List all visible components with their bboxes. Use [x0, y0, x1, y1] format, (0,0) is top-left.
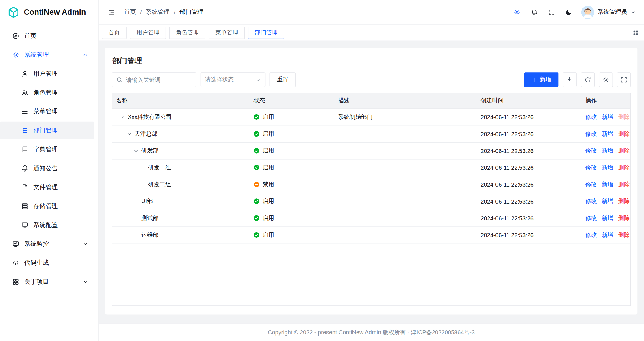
- add-link[interactable]: 新增: [602, 198, 613, 204]
- add-link[interactable]: 新增: [602, 181, 613, 187]
- sidebar-item-dept-mgmt[interactable]: 部门管理: [0, 122, 94, 139]
- edit-link[interactable]: 修改: [585, 181, 597, 187]
- menu-collapse-button[interactable]: [105, 5, 118, 19]
- logo[interactable]: ContiNew Admin: [0, 0, 98, 25]
- bell-icon: [21, 165, 28, 172]
- edit-link[interactable]: 修改: [585, 198, 597, 204]
- row-expand-toggle[interactable]: [126, 131, 132, 137]
- dark-mode-button[interactable]: [562, 5, 575, 19]
- sidebar-item-about-project[interactable]: 关于项目: [0, 273, 94, 290]
- edit-link[interactable]: 修改: [585, 231, 597, 238]
- breadcrumb-item[interactable]: 首页: [124, 8, 136, 16]
- column-header-actions: 操作: [581, 93, 630, 109]
- edit-link[interactable]: 修改: [585, 130, 597, 137]
- table-row: 研发二组禁用2024-06-11 22:53:26修改新增删除: [112, 176, 630, 193]
- menu-icon: [21, 108, 28, 115]
- sidebar-item-menu-mgmt[interactable]: 菜单管理: [0, 103, 94, 120]
- delete-link[interactable]: 删除: [618, 164, 630, 170]
- sidebar-item-file-mgmt[interactable]: 文件管理: [0, 178, 94, 196]
- submenu-expand-caret: [83, 241, 88, 247]
- reset-button[interactable]: 重置: [270, 72, 296, 87]
- delete-link[interactable]: 删除: [618, 198, 630, 204]
- tab-menu-mgmt[interactable]: 菜单管理: [209, 27, 245, 39]
- sidebar-item-label: 关于项目: [24, 278, 49, 285]
- sidebar-item-home[interactable]: 首页: [0, 27, 94, 45]
- main-column: 首页/系统管理/部门管理: [99, 0, 644, 341]
- status-badge: 启用: [254, 231, 330, 239]
- table-fullscreen-button[interactable]: [617, 72, 631, 87]
- edit-link[interactable]: 修改: [585, 113, 597, 120]
- status-cell: 启用: [249, 126, 334, 142]
- submenu-collapse-caret: [83, 52, 88, 58]
- column-header-name: 名称: [112, 93, 249, 109]
- department-name: 运维部: [141, 231, 159, 239]
- created-time-cell: 2024-06-11 22:53:26: [476, 142, 581, 159]
- user-menu[interactable]: 系统管理员: [581, 5, 636, 19]
- table: 名称状态描述创建时间操作 Xxx科技有限公司启用系统初始部门2024-06-11…: [112, 93, 630, 244]
- status-label: 禁用: [263, 181, 274, 188]
- tab-role-mgmt[interactable]: 角色管理: [169, 27, 205, 39]
- add-link[interactable]: 新增: [602, 113, 613, 120]
- add-button[interactable]: 新增: [524, 72, 558, 87]
- description-cell: [334, 126, 476, 142]
- delete-link[interactable]: 删除: [618, 147, 630, 154]
- notifications-button[interactable]: [528, 5, 541, 19]
- content-area: 部门管理 请选择状态 重置 新增: [99, 41, 644, 324]
- created-time-cell: 2024-06-11 22:53:26: [476, 126, 581, 142]
- add-link[interactable]: 新增: [602, 231, 613, 238]
- sidebar-item-system-monitor[interactable]: 系统监控: [0, 235, 94, 252]
- book-icon: [21, 146, 28, 153]
- keyword-search-box[interactable]: [112, 72, 196, 87]
- edit-link[interactable]: 修改: [585, 214, 597, 221]
- status-select[interactable]: 请选择状态: [201, 72, 266, 87]
- edit-link[interactable]: 修改: [585, 164, 597, 170]
- tab-home[interactable]: 首页: [102, 27, 127, 39]
- header-left: 首页/系统管理/部门管理: [105, 5, 510, 19]
- delete-link[interactable]: 删除: [618, 181, 630, 187]
- sidebar-item-storage-mgmt[interactable]: 存储管理: [0, 197, 94, 215]
- created-time-cell: 2024-06-11 22:53:26: [476, 193, 581, 210]
- description-cell: [334, 226, 476, 243]
- delete-link[interactable]: 删除: [618, 130, 630, 137]
- avatar: [581, 5, 594, 19]
- row-expand-toggle[interactable]: [120, 114, 125, 120]
- edit-link[interactable]: 修改: [585, 147, 597, 154]
- delete-link[interactable]: 删除: [618, 231, 630, 238]
- sidebar-item-notice[interactable]: 通知公告: [0, 160, 94, 177]
- column-header-created: 创建时间: [476, 93, 581, 109]
- settings-icon: [12, 51, 19, 58]
- delete-link: 删除: [618, 113, 630, 120]
- actions-cell: 修改新增删除: [581, 176, 630, 193]
- sidebar-item-system[interactable]: 系统管理: [0, 46, 94, 63]
- tab-actions-button[interactable]: [627, 25, 644, 40]
- delete-link[interactable]: 删除: [618, 214, 630, 221]
- status-label: 启用: [263, 231, 274, 239]
- row-expand-toggle[interactable]: [133, 148, 139, 154]
- add-link[interactable]: 新增: [602, 214, 613, 221]
- sidebar-item-user-mgmt[interactable]: 用户管理: [0, 65, 94, 82]
- department-name: 测试部: [141, 214, 159, 222]
- breadcrumb-item[interactable]: 系统管理: [146, 8, 170, 16]
- sidebar: ContiNew Admin 首页系统管理用户管理角色管理菜单管理部门管理字典管…: [0, 0, 99, 341]
- settings-icon: [602, 76, 609, 83]
- sidebar-item-system-config[interactable]: 系统配置: [0, 216, 94, 234]
- tab-dept-mgmt[interactable]: 部门管理: [248, 27, 284, 39]
- status-cell: 启用: [249, 159, 334, 176]
- add-link[interactable]: 新增: [602, 130, 613, 137]
- refresh-button[interactable]: [581, 72, 595, 87]
- add-link[interactable]: 新增: [602, 164, 613, 170]
- sidebar-item-role-mgmt[interactable]: 角色管理: [0, 84, 94, 101]
- export-button[interactable]: [563, 72, 577, 87]
- search-input[interactable]: [126, 76, 192, 83]
- table-row: 研发一组启用2024-06-11 22:53:26修改新增删除: [112, 159, 630, 176]
- fullscreen-button[interactable]: [545, 5, 558, 19]
- status-label: 启用: [263, 130, 274, 138]
- column-settings-button[interactable]: [599, 72, 613, 87]
- department-name: Xxx科技有限公司: [128, 113, 172, 121]
- sidebar-item-label: 首页: [24, 32, 37, 40]
- theme-settings-button[interactable]: [510, 5, 523, 19]
- add-link[interactable]: 新增: [602, 147, 613, 154]
- sidebar-item-dict-mgmt[interactable]: 字典管理: [0, 141, 94, 158]
- sidebar-item-code-gen[interactable]: 代码生成: [0, 254, 94, 272]
- tab-user-mgmt[interactable]: 用户管理: [130, 27, 166, 39]
